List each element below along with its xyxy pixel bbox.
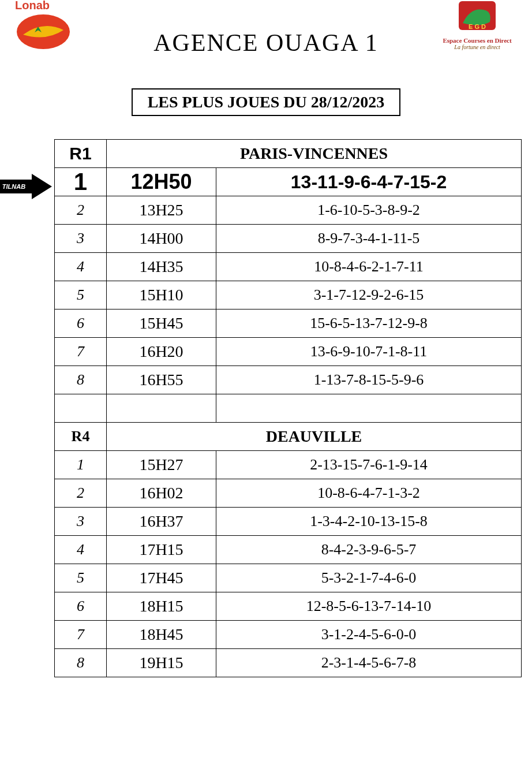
race-number: 2: [55, 479, 107, 508]
table-row: 515H103-1-7-12-9-2-6-15: [55, 281, 522, 309]
lonab-logo-text: Lonab: [15, 0, 50, 12]
race-picks: 15-6-5-13-7-12-9-8: [216, 309, 522, 338]
race-picks: 5-3-2-1-7-4-6-0: [216, 564, 522, 592]
table-row: 819H152-3-1-4-5-6-7-8: [55, 649, 522, 677]
race-picks: 12-8-5-6-13-7-14-10: [216, 592, 522, 621]
race-number: 5: [55, 564, 107, 592]
race-picks: 2-13-15-7-6-1-9-14: [216, 451, 522, 479]
race-picks: 3-1-2-4-5-6-0-0: [216, 621, 522, 649]
race-time: 16H02: [107, 479, 216, 508]
table-row: 618H1512-8-5-6-13-7-14-10: [55, 592, 522, 621]
race-number: 4: [55, 536, 107, 564]
race-number: 3: [55, 225, 107, 253]
table-row: 816H551-13-7-8-15-5-9-6: [55, 366, 522, 394]
race-picks: 10-8-4-6-2-1-7-11: [216, 253, 522, 281]
race-picks: 13-11-9-6-4-7-15-2: [216, 168, 522, 196]
race-number: 7: [55, 338, 107, 366]
table-row: 615H4515-6-5-13-7-12-9-8: [55, 309, 522, 338]
table-row: 417H158-4-2-3-9-6-5-7: [55, 536, 522, 564]
race-number: 5: [55, 281, 107, 309]
arrow-label: TILNAB: [2, 183, 25, 190]
race-number: 4: [55, 253, 107, 281]
race-picks: 10-8-6-4-7-1-3-2: [216, 479, 522, 508]
block-venue: PARIS-VINCENNES: [107, 140, 522, 168]
table-row: 718H453-1-2-4-5-6-0-0: [55, 621, 522, 649]
block-venue: DEAUVILLE: [107, 423, 522, 451]
table-row: 414H3510-8-4-6-2-1-7-11: [55, 253, 522, 281]
race-number: 6: [55, 309, 107, 338]
egd-logo: E G D Espace Courses en Direct La fortun…: [440, 0, 515, 50]
block-code: R1: [55, 140, 107, 168]
race-picks: 3-1-7-12-9-2-6-15: [216, 281, 522, 309]
race-number: 7: [55, 621, 107, 649]
race-time: 15H10: [107, 281, 216, 309]
egd-tagline: La fortune en direct: [440, 44, 515, 50]
subtitle-box: LES PLUS JOUES DU 28/12/2023: [132, 88, 401, 116]
race-time: 12H50: [107, 168, 216, 196]
table-row: 517H455-3-2-1-7-4-6-0: [55, 564, 522, 592]
table-row: 316H371-3-4-2-10-13-15-8: [55, 508, 522, 536]
race-picks: 2-3-1-4-5-6-7-8: [216, 649, 522, 677]
race-number: 8: [55, 366, 107, 394]
race-time: 14H35: [107, 253, 216, 281]
race-time: 15H45: [107, 309, 216, 338]
block-header-row: R4DEAUVILLE: [55, 423, 522, 451]
svg-text:E G D: E G D: [469, 23, 486, 30]
race-number: 1: [55, 451, 107, 479]
race-time: 16H20: [107, 338, 216, 366]
table-row: 216H0210-8-6-4-7-1-3-2: [55, 479, 522, 508]
race-time: 18H45: [107, 621, 216, 649]
race-time: 14H00: [107, 225, 216, 253]
race-time: 17H45: [107, 564, 216, 592]
highlight-row: 112H5013-11-9-6-4-7-15-2: [55, 168, 522, 196]
block-header-row: R1PARIS-VINCENNES: [55, 140, 522, 168]
picks-table: R1PARIS-VINCENNES112H5013-11-9-6-4-7-15-…: [54, 139, 522, 677]
lonab-logo: Lonab: [12, 0, 75, 54]
race-time: 19H15: [107, 649, 216, 677]
table-row: 213H251-6-10-5-3-8-9-2: [55, 196, 522, 225]
race-picks: 8-9-7-3-4-1-11-5: [216, 225, 522, 253]
race-time: 15H27: [107, 451, 216, 479]
race-number: 6: [55, 592, 107, 621]
race-time: 17H15: [107, 536, 216, 564]
race-picks: 1-6-10-5-3-8-9-2: [216, 196, 522, 225]
race-number: 2: [55, 196, 107, 225]
table-row: 115H272-13-15-7-6-1-9-14: [55, 451, 522, 479]
race-picks: 13-6-9-10-7-1-8-11: [216, 338, 522, 366]
race-picks: 8-4-2-3-9-6-5-7: [216, 536, 522, 564]
block-code: R4: [55, 423, 107, 451]
race-picks: 1-13-7-8-15-5-9-6: [216, 366, 522, 394]
table-row: 716H2013-6-9-10-7-1-8-11: [55, 338, 522, 366]
race-number: 1: [55, 168, 107, 196]
egd-name: Espace Courses en Direct: [440, 37, 515, 44]
race-number: 8: [55, 649, 107, 677]
race-time: 16H55: [107, 366, 216, 394]
race-time: 16H37: [107, 508, 216, 536]
table-row: 314H008-9-7-3-4-1-11-5: [55, 225, 522, 253]
race-time: 18H15: [107, 592, 216, 621]
arrow-icon: TILNAB: [0, 174, 52, 199]
race-picks: 1-3-4-2-10-13-15-8: [216, 508, 522, 536]
spacer-row: [55, 394, 522, 423]
race-number: 3: [55, 508, 107, 536]
race-time: 13H25: [107, 196, 216, 225]
